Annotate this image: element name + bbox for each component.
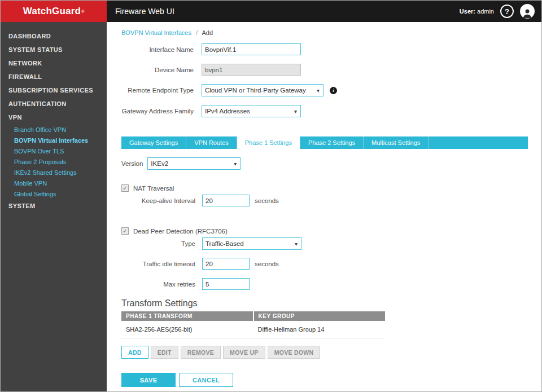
dpd-type-row: Type Traffic-Based (121, 237, 528, 250)
watchguard-logo[interactable]: WatchGuard ® (1, 1, 107, 22)
gateway-address-family-select[interactable]: IPv4 Addresses (202, 105, 301, 117)
sidebar-item-mobile-vpn[interactable]: Mobile VPN (1, 178, 107, 188)
top-header: WatchGuard ® Fireware Web UI User: admin… (1, 1, 541, 22)
remote-endpoint-type-row: Remote Endpoint Type Cloud VPN or Third-… (121, 84, 528, 96)
remove-button: REMOVE (181, 346, 221, 359)
column-key-group[interactable]: KEY GROUP (253, 311, 386, 321)
traffic-idle-seconds-suffix: seconds (255, 261, 279, 267)
interface-name-label: Interface Name (121, 46, 194, 53)
cell-key-group: Diffie-Hellman Group 14 (253, 321, 386, 338)
help-icon[interactable]: ? (500, 5, 514, 18)
remote-endpoint-type-label: Remote Endpoint Type (121, 87, 194, 94)
sidebar-item-system[interactable]: SYSTEM (1, 199, 107, 213)
sidebar-nav: DASHBOARD SYSTEM STATUS NETWORK FIREWALL… (1, 22, 107, 391)
device-name-row: Device Name (121, 64, 528, 76)
table-row[interactable]: SHA2-256-AES(256-bit) Diffie-Hellman Gro… (121, 321, 385, 338)
dpd-type-select[interactable]: Traffic-Based (202, 237, 301, 250)
save-button[interactable]: SAVE (121, 373, 176, 387)
transform-table: PHASE 1 TRANSFORM KEY GROUP SHA2-256-AES… (121, 311, 385, 338)
max-retries-row: Max retries (121, 278, 528, 290)
interface-name-input[interactable] (202, 43, 301, 55)
user-info: User: admin (460, 8, 494, 15)
device-name-input (202, 64, 301, 76)
dead-peer-detection-row: Dead Peer Detection (RFC3706) (121, 227, 528, 235)
version-label: Version (121, 160, 143, 167)
sidebar-item-phase-2-proposals[interactable]: Phase 2 Proposals (1, 156, 107, 167)
sidebar-item-branch-office-vpn[interactable]: Branch Office VPN (1, 124, 107, 135)
remote-endpoint-type-select-wrap: Cloud VPN or Third-Party Gateway (202, 84, 324, 96)
version-select[interactable]: IKEv2 (147, 157, 241, 170)
sidebar-item-system-status[interactable]: SYSTEM STATUS (1, 43, 107, 56)
sidebar-item-firewall[interactable]: FIREWALL (1, 70, 107, 83)
add-button[interactable]: ADD (121, 346, 148, 359)
edit-button: EDIT (151, 346, 178, 359)
transform-table-header-row: PHASE 1 TRANSFORM KEY GROUP (121, 311, 385, 321)
traffic-idle-timeout-row: Traffic idle timeout seconds (121, 258, 528, 270)
sidebar-item-network[interactable]: NETWORK (1, 56, 107, 70)
help-glyph: ? (505, 7, 509, 16)
cell-phase-1-transform: SHA2-256-AES(256-bit) (121, 321, 253, 338)
app-window: WatchGuard ® Fireware Web UI User: admin… (0, 0, 542, 392)
dpd-type-label: Type (121, 240, 195, 247)
breadcrumb: BOVPN Virtual Interfaces / Add (121, 29, 528, 36)
keep-alive-interval-input[interactable] (202, 195, 250, 206)
cancel-button[interactable]: CANCEL (179, 373, 233, 387)
sidebar-item-global-settings[interactable]: Global Settings (1, 188, 107, 199)
sidebar-item-authentication[interactable]: AUTHENTICATION (1, 97, 107, 111)
settings-tabs: Gateway Settings VPN Routes Phase 1 Sett… (121, 136, 528, 149)
max-retries-label: Max retries (121, 281, 195, 288)
sidebar-item-subscription-services[interactable]: SUBSCRIPTION SERVICES (1, 83, 107, 97)
user-name: admin (477, 8, 494, 15)
keep-alive-seconds-suffix: seconds (255, 197, 279, 204)
user-avatar-icon[interactable] (520, 4, 535, 19)
sidebar-item-ikev2-shared-settings[interactable]: IKEv2 Shared Settings (1, 167, 107, 178)
sidebar-item-bovpn-over-tls[interactable]: BOVPN Over TLS (1, 146, 107, 156)
nat-traversal-checkbox (121, 184, 129, 192)
max-retries-input[interactable] (202, 278, 250, 290)
sidebar-vpn-submenu: Branch Office VPN BOVPN Virtual Interfac… (1, 124, 107, 199)
nat-traversal-row: NAT Traversal (121, 184, 528, 192)
logo-registered-mark: ® (81, 10, 84, 14)
info-glyph: i (333, 87, 334, 93)
dead-peer-detection-checkbox (121, 227, 129, 235)
breadcrumb-link[interactable]: BOVPN Virtual Interfaces (121, 29, 191, 36)
traffic-idle-timeout-input[interactable] (202, 258, 250, 270)
sidebar-item-bovpn-virtual-interfaces[interactable]: BOVPN Virtual Interfaces (1, 135, 107, 146)
user-label: User: (460, 8, 475, 15)
dead-peer-detection-label: Dead Peer Detection (RFC3706) (133, 228, 228, 235)
dpd-type-select-wrap: Traffic-Based (202, 237, 301, 250)
breadcrumb-separator: / (196, 29, 198, 36)
sidebar-item-dashboard[interactable]: DASHBOARD (1, 29, 107, 43)
tab-multicast-settings[interactable]: Multicast Settings (364, 136, 429, 149)
keep-alive-interval-label: Keep-alive Interval (121, 197, 195, 204)
keep-alive-interval-row: Keep-alive Interval seconds (121, 195, 528, 206)
interface-name-row: Interface Name (121, 43, 528, 55)
transform-buttons: ADD EDIT REMOVE MOVE UP MOVE DOWN (121, 346, 528, 359)
person-icon (522, 7, 533, 19)
device-name-label: Device Name (121, 67, 194, 73)
tab-bar-filler (429, 136, 528, 149)
topbar-right: User: admin ? (460, 4, 541, 19)
tab-phase-2-settings[interactable]: Phase 2 Settings (300, 136, 364, 149)
info-icon[interactable]: i (330, 87, 337, 94)
main-content: BOVPN Virtual Interfaces / Add Interface… (107, 22, 541, 391)
column-phase-1-transform[interactable]: PHASE 1 TRANSFORM (121, 311, 253, 321)
logo-text: WatchGuard (23, 6, 81, 17)
nat-traversal-label: NAT Traversal (133, 185, 174, 192)
version-row: Version IKEv2 (121, 157, 528, 170)
form-actions: SAVE CANCEL (121, 373, 528, 387)
tab-phase-1-settings[interactable]: Phase 1 Settings (237, 136, 300, 149)
gateway-address-family-label: Gateway Address Family (121, 108, 194, 114)
traffic-idle-timeout-label: Traffic idle timeout (121, 261, 195, 267)
version-select-wrap: IKEv2 (147, 157, 241, 170)
breadcrumb-current: Add (202, 29, 213, 36)
move-up-button: MOVE UP (223, 346, 265, 359)
tab-gateway-settings[interactable]: Gateway Settings (121, 136, 186, 149)
remote-endpoint-type-select[interactable]: Cloud VPN or Third-Party Gateway (202, 84, 324, 96)
gateway-address-family-select-wrap: IPv4 Addresses (202, 105, 301, 117)
gateway-address-family-row: Gateway Address Family IPv4 Addresses (121, 105, 528, 117)
sidebar-item-vpn[interactable]: VPN (1, 111, 107, 124)
app-title: Fireware Web UI (115, 7, 174, 16)
move-down-button: MOVE DOWN (268, 346, 321, 359)
tab-vpn-routes[interactable]: VPN Routes (186, 136, 237, 149)
